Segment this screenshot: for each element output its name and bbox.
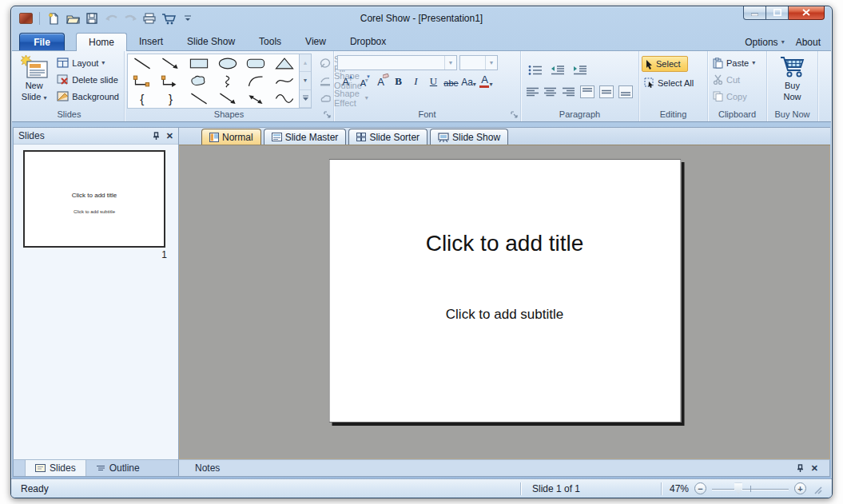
ribbon-tab-row: File Home Insert Slide Show Tools View D… <box>11 30 832 50</box>
dialog-launcher-icon[interactable] <box>324 111 331 118</box>
shape-freeform[interactable] <box>185 72 213 89</box>
underline-button[interactable]: U <box>426 73 441 89</box>
select-all-button[interactable]: Select All <box>642 74 705 91</box>
options-menu[interactable]: Options <box>745 37 777 48</box>
shape-ellipse[interactable] <box>213 54 242 72</box>
dialog-launcher-icon[interactable] <box>511 111 518 118</box>
paste-button[interactable]: Paste ▾ <box>710 54 764 71</box>
copy-icon <box>713 91 723 101</box>
shape-wave[interactable] <box>270 90 299 108</box>
paste-icon <box>713 58 723 69</box>
close-button[interactable] <box>789 6 825 20</box>
gallery-scrollbar: ▲ ▼ <box>300 54 312 109</box>
pin-icon[interactable] <box>797 464 804 473</box>
align-text-middle-button[interactable] <box>599 85 614 99</box>
bold-button[interactable]: B <box>391 73 406 89</box>
shape-double-arrow[interactable] <box>242 90 271 108</box>
shape-triangle[interactable] <box>270 54 299 72</box>
shape-gallery: { } <box>127 54 300 109</box>
slide-thumbnail[interactable]: Click to add title Click to add subtitle <box>23 150 165 248</box>
shrink-font-button[interactable]: A▼ <box>356 73 371 89</box>
maximize-button[interactable] <box>766 6 789 20</box>
zoom-out-button[interactable]: − <box>694 482 706 494</box>
align-text-bottom-button[interactable] <box>618 85 633 99</box>
shape-rounded-rectangle[interactable] <box>242 54 271 72</box>
about-menu[interactable]: About <box>796 37 821 48</box>
close-notes-icon[interactable]: ✕ <box>811 464 818 473</box>
gallery-scroll-down[interactable]: ▼ <box>300 72 311 89</box>
notes-bar[interactable]: Notes ✕ <box>179 459 830 477</box>
shape-line[interactable] <box>128 54 157 72</box>
gallery-scroll-up[interactable]: ▲ <box>300 54 311 72</box>
copy-button[interactable]: Copy <box>710 88 764 105</box>
new-slide-button[interactable]: New Slide ▾ <box>17 54 51 109</box>
slide-canvas[interactable]: Click to add title Click to add subtitle <box>179 145 830 459</box>
select-button[interactable]: Select <box>642 56 688 72</box>
increase-indent-button[interactable] <box>571 63 589 77</box>
title-placeholder[interactable]: Click to add title <box>329 231 680 256</box>
zoom-in-button[interactable]: + <box>794 482 806 494</box>
align-left-button[interactable] <box>527 85 539 99</box>
delete-slide-button[interactable]: Delete slide <box>54 71 121 88</box>
change-case-button[interactable]: Aa▾ <box>461 73 476 89</box>
buy-now-button[interactable]: BuyNow <box>778 54 807 109</box>
font-size-combo[interactable]: ▼ <box>459 55 498 70</box>
align-text-top-button[interactable] <box>580 85 594 99</box>
font-color-button[interactable]: A ▾ <box>479 73 494 89</box>
title-bar[interactable]: Corel Show - [Presentation1] <box>11 6 832 30</box>
decrease-indent-button[interactable] <box>549 63 567 77</box>
tab-dropbox[interactable]: Dropbox <box>338 33 398 50</box>
cut-button[interactable]: Cut <box>710 71 764 88</box>
shape-right-brace[interactable]: } <box>157 90 185 108</box>
background-button[interactable]: Background <box>54 88 121 105</box>
tab-insert[interactable]: Insert <box>127 33 175 50</box>
tab-home[interactable]: Home <box>76 33 127 51</box>
shape-arrow[interactable] <box>157 54 185 72</box>
clear-formatting-button[interactable]: A <box>373 73 388 89</box>
shape-left-brace[interactable]: { <box>128 90 157 108</box>
shape-scribble[interactable] <box>213 72 242 89</box>
tab-tools[interactable]: Tools <box>247 33 293 50</box>
gallery-more-button[interactable] <box>300 90 311 108</box>
shape-arrow-2[interactable] <box>213 90 242 108</box>
window-controls <box>743 6 825 20</box>
shape-curve[interactable] <box>270 72 299 89</box>
slide-editor[interactable]: Click to add title Click to add subtitle <box>328 159 681 423</box>
shape-elbow-connector[interactable] <box>128 72 157 89</box>
bottom-tab-slides[interactable]: Slides <box>25 460 86 476</box>
font-family-combo[interactable]: ▼ <box>337 55 457 70</box>
view-tab-slide-sorter[interactable]: Slide Sorter <box>348 129 427 145</box>
layout-button[interactable]: Layout ▾ <box>54 54 121 71</box>
view-tab-slide-show[interactable]: Slide Show <box>430 129 508 145</box>
bottom-tab-outline[interactable]: Outline <box>86 460 149 476</box>
align-center-button[interactable] <box>544 85 557 99</box>
shape-elbow-arrow-connector[interactable] <box>157 72 185 89</box>
bullets-button[interactable] <box>527 63 544 77</box>
zoom-slider[interactable] <box>712 483 789 494</box>
tab-file[interactable]: File <box>19 33 65 50</box>
shape-arc[interactable] <box>242 72 271 89</box>
pin-icon[interactable] <box>153 132 160 141</box>
tab-slide-show[interactable]: Slide Show <box>175 33 247 50</box>
resize-grip-icon[interactable] <box>813 486 825 497</box>
view-tab-slide-master[interactable]: Slide Master <box>264 129 347 145</box>
view-tab-normal[interactable]: Normal <box>201 129 261 145</box>
grow-font-button[interactable]: A▲ <box>338 73 353 89</box>
minimize-button[interactable] <box>743 6 766 20</box>
zoom-slider-thumb[interactable] <box>734 483 742 494</box>
normal-view-icon <box>209 133 219 142</box>
align-right-button[interactable] <box>563 85 575 99</box>
italic-button[interactable]: I <box>408 73 423 89</box>
chevron-down-icon: ▾ <box>43 94 46 101</box>
subtitle-placeholder[interactable]: Click to add subtitle <box>329 307 680 323</box>
shopping-cart-icon <box>778 55 807 79</box>
tab-view[interactable]: View <box>293 33 338 50</box>
close-panel-icon[interactable]: ✕ <box>166 132 173 141</box>
slide-show-icon <box>438 133 449 142</box>
chevron-down-icon[interactable]: ▼ <box>485 56 497 69</box>
shape-line-2[interactable] <box>185 90 213 108</box>
chevron-down-icon[interactable]: ▼ <box>444 56 456 69</box>
strikethrough-button[interactable]: abe <box>443 73 459 89</box>
group-label-font: Font <box>336 109 518 121</box>
shape-rectangle[interactable] <box>185 54 213 72</box>
